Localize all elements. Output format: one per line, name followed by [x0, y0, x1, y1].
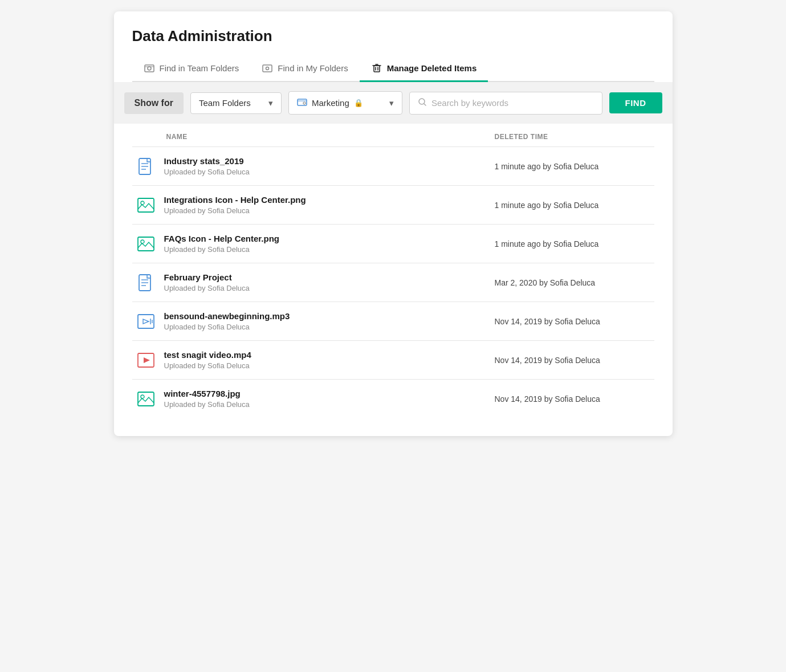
search-icon [418, 97, 427, 109]
lock-icon: 🔒 [354, 99, 363, 107]
chevron-down-icon-2: ▾ [389, 98, 394, 108]
page-title: Data Administration [132, 27, 654, 45]
deleted-time: Nov 14, 2019 by Sofia Deluca [495, 317, 654, 326]
svg-rect-15 [138, 237, 154, 251]
file-uploader: Uploaded by Sofia Deluca [164, 284, 495, 292]
list-item: bensound-anewbeginning.mp3 Uploaded by S… [132, 302, 654, 341]
toolbar: Show for Team Folders ▾ Marketing 🔒 ▾ [114, 82, 673, 124]
file-name: winter-4557798.jpg [164, 389, 495, 398]
svg-marker-27 [144, 357, 150, 363]
file-type-icon [132, 273, 160, 292]
deleted-time: 1 minute ago by Sofia Deluca [495, 201, 654, 210]
svg-point-6 [303, 102, 306, 104]
file-type-icon [132, 196, 160, 215]
svg-rect-13 [138, 198, 154, 212]
file-type-icon [132, 389, 160, 409]
deleted-time: Nov 14, 2019 by Sofia Deluca [495, 394, 654, 404]
svg-rect-0 [145, 65, 154, 72]
file-name: test snagit video.mp4 [164, 350, 495, 360]
trash-icon [371, 62, 382, 74]
deleted-time: 1 minute ago by Sofia Deluca [495, 162, 654, 171]
deleted-time: Nov 14, 2019 by Sofia Deluca [495, 356, 654, 365]
file-uploader: Uploaded by Sofia Deluca [164, 400, 495, 409]
list-item: test snagit video.mp4 Uploaded by Sofia … [132, 341, 654, 380]
file-name: February Project [164, 272, 495, 282]
chevron-down-icon: ▾ [268, 98, 273, 108]
file-uploader: Uploaded by Sofia Deluca [164, 168, 495, 176]
my-folders-icon [262, 62, 273, 74]
svg-rect-2 [263, 65, 272, 72]
tab-manage-deleted-items[interactable]: Manage Deleted Items [360, 56, 488, 82]
svg-point-14 [141, 201, 144, 205]
svg-rect-22 [138, 315, 154, 328]
svg-rect-28 [138, 392, 154, 406]
file-type-icon [132, 157, 160, 176]
file-uploader: Uploaded by Sofia Deluca [164, 245, 495, 254]
file-list: Industry stats_2019 Uploaded by Sofia De… [132, 147, 654, 418]
col-time-header: DELETED TIME [495, 133, 654, 141]
file-name: Industry stats_2019 [164, 156, 495, 166]
deleted-time: Mar 2, 2020 by Sofia Deluca [495, 278, 654, 287]
search-box [409, 92, 602, 115]
team-folders-icon [144, 62, 155, 74]
file-uploader: Uploaded by Sofia Deluca [164, 361, 495, 370]
tab-bar: Find in Team Folders Find in My Folders [132, 56, 654, 82]
svg-point-1 [148, 67, 151, 70]
svg-point-16 [141, 240, 144, 243]
file-type-icon [132, 351, 160, 370]
list-item: Integrations Icon - Help Center.png Uplo… [132, 186, 654, 225]
file-name: Integrations Icon - Help Center.png [164, 195, 495, 205]
list-item: February Project Uploaded by Sofia Deluc… [132, 263, 654, 302]
file-name: bensound-anewbeginning.mp3 [164, 311, 495, 321]
svg-rect-4 [374, 66, 380, 72]
col-name-header: NAME [132, 133, 495, 141]
list-item: winter-4557798.jpg Uploaded by Sofia Del… [132, 380, 654, 418]
marketing-dropdown[interactable]: Marketing 🔒 ▾ [288, 91, 402, 115]
folder-icon [297, 97, 307, 109]
find-button[interactable]: FIND [609, 92, 662, 113]
file-uploader: Uploaded by Sofia Deluca [164, 323, 495, 331]
show-for-label: Show for [124, 92, 184, 114]
file-type-icon [132, 312, 160, 331]
list-item: Industry stats_2019 Uploaded by Sofia De… [132, 147, 654, 186]
svg-marker-23 [143, 319, 149, 324]
tab-find-team-folders[interactable]: Find in Team Folders [132, 56, 251, 82]
deleted-time: 1 minute ago by Sofia Deluca [495, 239, 654, 249]
file-uploader: Uploaded by Sofia Deluca [164, 206, 495, 215]
svg-point-3 [266, 67, 269, 70]
search-input[interactable] [431, 98, 594, 108]
list-item: FAQs Icon - Help Center.png Uploaded by … [132, 225, 654, 263]
file-name: FAQs Icon - Help Center.png [164, 234, 495, 243]
file-type-icon [132, 234, 160, 254]
list-header: NAME DELETED TIME [132, 124, 654, 147]
team-folders-dropdown[interactable]: Team Folders ▾ [190, 92, 282, 114]
tab-find-my-folders[interactable]: Find in My Folders [250, 56, 359, 82]
main-card: Data Administration Find in Team Folders… [114, 11, 673, 436]
svg-point-29 [141, 395, 144, 398]
